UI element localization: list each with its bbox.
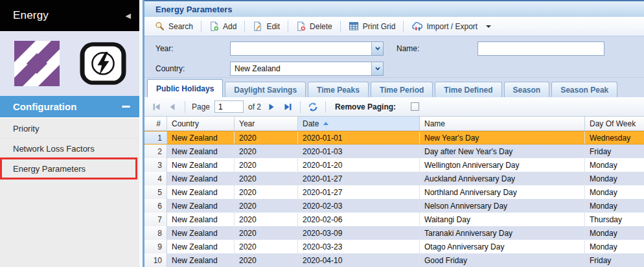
filter-row: Year: Name: [155,41,644,56]
search-icon [155,21,165,31]
cell-year: 2020 [235,145,298,158]
sidebar-item-energy-parameters[interactable]: Energy Parameters [0,159,139,179]
table-row[interactable]: 9 New Zealand 2020 2020-03-23 Otago Anni… [144,240,644,253]
delete-button[interactable]: Delete [291,19,338,33]
cell-country: New Zealand [167,226,235,240]
column-header-day-of-week[interactable]: Day Of Week [585,117,644,130]
tab-bar: Public Holidays Daylight Savings Time Pe… [144,78,644,97]
cell-day-of-week: Friday [585,253,644,267]
cell-name: Waitangi Day [420,213,585,226]
pager-separator [300,101,301,113]
import-export-icon [411,22,422,31]
tab-time-period[interactable]: Time Period [371,82,433,97]
country-combobox-button[interactable] [371,62,383,75]
cell-country: New Zealand [167,199,235,213]
cell-row-number: 7 [144,213,167,226]
collapse-minus-icon[interactable] [122,106,130,108]
purple-app-logo-icon [14,41,60,86]
toolbar-separator [201,21,201,32]
filter-row: Country: New Zealand [155,62,644,76]
year-combobox-button[interactable] [371,42,383,55]
pager-toolbar: Page of 2 [144,97,644,117]
cell-day-of-week: Monday [585,240,644,253]
cell-day-of-week: Monday [585,199,644,213]
cell-day-of-week: Friday [585,145,644,158]
sidebar-item-network-loss-factors[interactable]: Network Loss Factors [0,139,139,159]
cell-name: Nelson Anniversary Day [420,199,585,213]
add-icon [209,21,219,31]
print-grid-button[interactable]: Print Grid [343,20,401,33]
table-row[interactable]: 7 New Zealand 2020 2020-02-06 Waitangi D… [144,213,644,226]
tab-daylight-savings[interactable]: Daylight Savings [225,82,306,97]
sidebar-item-priority[interactable]: Priority [0,119,139,139]
table-row[interactable]: 10 New Zealand 2020 2020-04-10 Good Frid… [144,253,644,267]
cell-name: Day after New Year's Day [420,145,585,158]
last-page-button[interactable] [282,101,293,113]
cell-name: Good Friday [420,253,585,267]
cell-year: 2020 [235,213,298,226]
column-header-year[interactable]: Year [235,117,298,130]
country-label: Country: [155,64,230,73]
table-row[interactable]: 8 New Zealand 2020 2020-03-09 Taranaki A… [144,226,644,240]
toolbar-separator [340,21,341,32]
column-header-country[interactable]: Country [167,117,235,130]
year-label: Year: [155,44,230,53]
cell-country: New Zealand [167,253,235,267]
cell-day-of-week: Monday [585,172,644,185]
tab-time-defined[interactable]: Time Defined [435,82,501,97]
page-number-input[interactable] [214,100,244,113]
table-row[interactable]: 2 New Zealand 2020 2020-01-03 Day after … [144,145,644,158]
column-header-name[interactable]: Name [420,117,585,130]
cell-country: New Zealand [167,145,235,158]
next-page-button[interactable] [266,101,277,113]
table-row[interactable]: 5 New Zealand 2020 2020-01-27 Northland … [144,185,644,199]
country-combobox[interactable]: New Zealand [230,62,384,76]
search-button[interactable]: Search [150,19,198,33]
cell-row-number: 6 [144,199,167,213]
last-page-icon [284,103,292,111]
tab-season-peak[interactable]: Season Peak [551,82,617,97]
table-row[interactable]: 3 New Zealand 2020 2020-01-20 Wellington… [144,158,644,172]
config-section-header[interactable]: Configuration [0,96,139,117]
edit-label: Edit [266,22,280,31]
cell-name: New Year's Day [420,132,585,144]
sidebar-collapse-icon[interactable]: ◀ [126,12,131,20]
import-export-label: Import / Export [426,22,477,31]
cell-date: 2020-01-20 [298,158,420,172]
first-page-button[interactable] [150,101,162,113]
chevron-down-icon [375,67,380,71]
config-section-title: Configuration [13,101,122,112]
cell-country: New Zealand [167,240,235,253]
cell-country: New Zealand [167,132,235,144]
year-combobox[interactable] [230,41,384,56]
refresh-button[interactable] [307,101,319,113]
add-button[interactable]: Add [204,19,242,33]
table-row[interactable]: 1 New Zealand 2020 2020-01-01 New Year's… [144,131,644,145]
chevron-down-icon [486,25,491,28]
menu-item-wrap: Network Loss Factors [0,139,139,159]
name-input[interactable] [477,41,604,56]
edit-button[interactable]: Edit [247,19,285,33]
column-header-date-label: Date [303,119,319,128]
holidays-table: # Country Year Date Name Day Of Week 1 N… [144,117,644,267]
tab-season[interactable]: Season [504,82,550,97]
edit-icon [253,21,262,31]
tab-time-peaks[interactable]: Time Peaks [308,82,369,97]
column-header-row-number[interactable]: # [144,117,167,130]
page-title: Energy Parameters [144,0,644,17]
table-row[interactable]: 6 New Zealand 2020 2020-02-03 Nelson Ann… [144,199,644,213]
previous-page-icon [169,103,176,111]
print-grid-label: Print Grid [363,22,396,31]
previous-page-button[interactable] [167,101,178,113]
table-row[interactable]: 4 New Zealand 2020 2020-01-27 Auckland A… [144,172,644,185]
remove-paging-checkbox[interactable] [411,102,419,111]
first-page-icon [152,103,161,111]
import-export-button[interactable]: Import / Export [406,20,496,33]
column-header-date[interactable]: Date [298,117,420,130]
tab-public-holidays[interactable]: Public Holidays [147,79,223,97]
cell-date: 2020-04-10 [298,253,420,267]
cell-date: 2020-01-01 [298,132,420,144]
cell-row-number: 5 [144,185,167,199]
cell-row-number: 2 [144,145,167,158]
table-body: 1 New Zealand 2020 2020-01-01 New Year's… [144,131,644,267]
